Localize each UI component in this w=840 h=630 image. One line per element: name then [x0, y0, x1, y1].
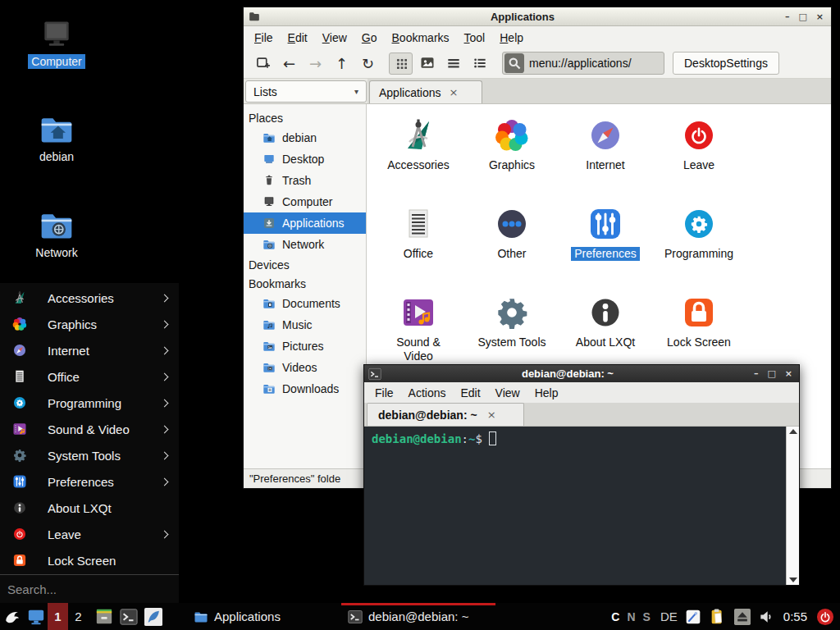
menu-view[interactable]: View [488, 384, 527, 402]
desktop-icon-debian[interactable]: debian [16, 112, 97, 164]
menu-help[interactable]: Help [492, 29, 531, 47]
app-category-leave[interactable]: Leave [652, 109, 746, 198]
start-menu-item-leave[interactable]: Leave [0, 521, 179, 547]
workspace-2-button[interactable]: 2 [68, 603, 89, 630]
menu-view[interactable]: View [315, 29, 354, 47]
quicklaunch-terminal-button[interactable] [116, 603, 141, 630]
app-category-graphics[interactable]: Graphics [465, 109, 559, 198]
up-button[interactable]: ↑ [330, 52, 354, 75]
tab-close-icon[interactable]: × [487, 409, 496, 421]
start-menu-item-lock-screen[interactable]: Lock Screen [0, 547, 179, 573]
sidebar-item-trash[interactable]: Trash [244, 170, 366, 191]
workspace-1-button[interactable]: 1 [48, 603, 68, 630]
menu-help[interactable]: Help [527, 384, 566, 402]
sidebar-item-applications[interactable]: Applications [244, 212, 366, 234]
task-button-applications[interactable]: Applications [187, 603, 310, 630]
app-category-sound-video[interactable]: Sound & Video [372, 286, 465, 375]
app-category-accessories[interactable]: Accessories [372, 109, 465, 198]
start-menu-item-system-tools[interactable]: System Tools [0, 442, 179, 468]
network-folder-icon [39, 208, 75, 244]
leave-tray-button[interactable] [816, 603, 834, 630]
tab-applications[interactable]: Applications × [369, 80, 482, 103]
sidebar-item-music[interactable]: Music [244, 314, 366, 336]
app-category-lock-screen[interactable]: Lock Screen [652, 286, 746, 375]
terminal-scrollbar[interactable] [786, 427, 799, 585]
screenshot-tray-button[interactable] [685, 603, 701, 630]
start-menu-item-about-lxqt[interactable]: About LXQt [0, 495, 179, 521]
start-menu-item-programming[interactable]: Programming [0, 390, 179, 416]
menu-edit[interactable]: Edit [453, 384, 487, 402]
menu-bookmarks[interactable]: Bookmarks [385, 29, 457, 47]
icon-view-button[interactable] [389, 52, 413, 75]
sidebar-item-debian[interactable]: debian [244, 127, 366, 148]
start-menu-item-preferences[interactable]: Preferences [0, 468, 179, 495]
menu-go[interactable]: Go [354, 29, 385, 47]
desktop-icon-computer[interactable]: Computer [16, 16, 97, 69]
reload-button[interactable]: ↻ [356, 52, 380, 75]
terminal-screen[interactable]: debian@debian:~$ [364, 427, 786, 585]
start-menu-item-accessories[interactable]: Accessories [0, 285, 179, 311]
scroll-up-icon[interactable] [789, 429, 797, 434]
forward-button[interactable]: → [304, 52, 327, 75]
sidebar-item-network[interactable]: Network [244, 234, 366, 255]
sidebar-item-pictures[interactable]: Pictures [244, 336, 366, 357]
close-button[interactable]: × [816, 12, 824, 21]
new-tab-button[interactable] [251, 52, 275, 75]
speaker-icon [758, 609, 774, 625]
tab-close-icon[interactable]: × [450, 86, 459, 98]
sidebar-item-computer[interactable]: Computer [244, 191, 366, 212]
back-button[interactable]: ← [277, 52, 301, 75]
app-category-preferences[interactable]: Preferences [559, 198, 652, 286]
sidebar-item-downloads[interactable]: Downloads [244, 378, 366, 399]
app-category-programming[interactable]: Programming [652, 198, 746, 286]
quicklaunch-file-manager-button[interactable] [92, 603, 116, 630]
detailed-view-button[interactable] [468, 52, 491, 75]
start-menu-search-input[interactable]: Search... [0, 574, 179, 603]
terminal-tab[interactable]: debian@debian: ~ × [367, 403, 524, 426]
address-bar[interactable]: menu://applications/ [502, 52, 664, 75]
start-menu-button[interactable] [0, 603, 25, 630]
menu-file[interactable]: File [247, 29, 281, 47]
minimize-button[interactable]: – [754, 369, 759, 378]
sidebar-item-videos[interactable]: Videos [244, 357, 366, 378]
quicklaunch-featherpad-button[interactable] [141, 603, 166, 630]
task-button-terminal[interactable]: debian@debian: ~ [341, 603, 495, 630]
app-category-internet[interactable]: Internet [559, 109, 652, 198]
maximize-button[interactable]: □ [767, 369, 775, 378]
desktop-settings-button[interactable]: DesktopSettings [673, 52, 779, 75]
close-button[interactable]: × [785, 369, 792, 378]
maximize-button[interactable]: □ [798, 12, 806, 21]
start-menu-item-graphics[interactable]: Graphics [0, 311, 179, 337]
desktop-icon-label: debian [36, 149, 77, 164]
lock-screen-icon [11, 552, 28, 568]
sidebar-item-desktop[interactable]: Desktop [244, 148, 366, 170]
app-category-system-tools[interactable]: System Tools [465, 286, 559, 375]
clipboard-tray-button[interactable] [709, 603, 727, 630]
fm-titlebar[interactable]: Applications – □ × [244, 7, 831, 26]
thumbnail-view-button[interactable] [415, 52, 439, 75]
menu-actions[interactable]: Actions [401, 384, 454, 402]
desktop-icon-network[interactable]: Network [16, 208, 97, 260]
keyboard-layout-indicator[interactable]: DE [660, 609, 678, 623]
volume-tray-button[interactable] [758, 603, 774, 630]
internet-icon [11, 342, 28, 358]
menu-edit[interactable]: Edit [281, 29, 315, 47]
start-menu-item-sound-video[interactable]: Sound & Video [0, 416, 179, 442]
menu-file[interactable]: File [368, 384, 401, 402]
compact-view-button[interactable] [441, 52, 465, 75]
sidebar-item-documents[interactable]: Documents [244, 293, 366, 314]
start-menu-item-internet[interactable]: Internet [0, 337, 179, 363]
start-menu-item-office[interactable]: Office [0, 363, 179, 390]
menu-tool[interactable]: Tool [457, 29, 493, 47]
show-desktop-button[interactable] [25, 603, 48, 630]
terminal-titlebar[interactable]: debian@debian: ~ – □ × [364, 365, 799, 382]
app-category-office[interactable]: Office [372, 198, 465, 286]
sidebar-mode-dropdown[interactable]: Lists ▾ [245, 80, 367, 103]
minimize-button[interactable]: – [785, 12, 790, 21]
scroll-down-icon[interactable] [789, 578, 797, 582]
clock[interactable]: 0:55 [783, 609, 807, 623]
app-category-other[interactable]: Other [465, 198, 559, 286]
app-category-about-lxqt[interactable]: About LXQt [559, 286, 652, 375]
numlock-indicator: N [627, 610, 635, 623]
removable-media-tray-button[interactable] [734, 603, 751, 630]
